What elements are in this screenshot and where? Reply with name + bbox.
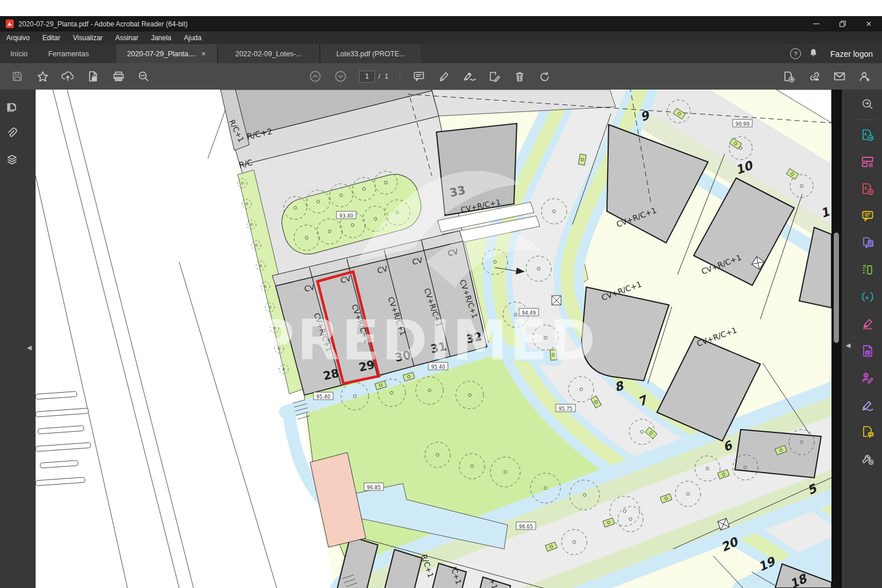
menu-assinar[interactable]: Assinar — [109, 34, 145, 42]
svg-text:95.40: 95.40 — [316, 394, 330, 400]
sign-pen-icon[interactable] — [858, 395, 877, 415]
menu-visualizar[interactable]: Visualizar — [67, 34, 109, 42]
highlighter-icon[interactable] — [434, 67, 454, 86]
tab-ferramentas[interactable]: Ferramentas — [38, 44, 99, 63]
tab-document-lotes[interactable]: 2022-02-09_Lotes-... — [218, 44, 320, 63]
attachments-paperclip-icon[interactable] — [1, 123, 23, 144]
edit-pdf-icon[interactable] — [858, 260, 877, 280]
sign-in-link[interactable]: Fazer logon — [826, 49, 873, 59]
menu-editar[interactable]: Editar — [36, 34, 67, 42]
layers-icon[interactable] — [1, 149, 23, 170]
comment-tool-icon[interactable] — [858, 206, 877, 226]
menu-ajuda[interactable]: Ajuda — [177, 34, 208, 42]
tab-bar: Início Ferramentas 2020-07-29_Planta....… — [0, 44, 882, 63]
acrobat-pdf-icon — [6, 20, 14, 28]
restore-button[interactable] — [829, 16, 856, 32]
minimize-button[interactable] — [803, 16, 829, 32]
combine-files-icon[interactable] — [858, 233, 877, 253]
collapse-left-panel-arrow[interactable]: ◀ — [25, 343, 33, 352]
highlight-tool-icon[interactable] — [858, 314, 877, 334]
organize-pages-icon[interactable] — [858, 152, 877, 172]
window-title: 2020-07-29_Planta.pdf - Adobe Acrobat Re… — [18, 20, 188, 28]
share-cloud-upload-icon[interactable] — [58, 67, 78, 86]
send-for-comments-icon[interactable] — [858, 422, 877, 442]
notifications-bell-icon[interactable] — [809, 48, 818, 59]
svg-text:95.75: 95.75 — [559, 406, 572, 412]
share-link-icon[interactable] — [804, 67, 824, 86]
more-tools-icon[interactable] — [858, 449, 877, 469]
page-count: / 1 — [378, 72, 389, 80]
svg-text:90.99: 90.99 — [736, 121, 749, 127]
comment-bubble-icon[interactable] — [409, 67, 428, 86]
close-tab-icon[interactable]: × — [202, 49, 206, 58]
delete-trash-icon[interactable] — [510, 67, 529, 86]
pdf-canvas[interactable]: R/C+1R/C+2R/C33CV+R/C+1CVCVCVCVCVCV+R/C+… — [36, 90, 831, 588]
toolbar: 1 / 1 — [0, 63, 882, 90]
svg-text:96.65: 96.65 — [519, 524, 533, 529]
create-pdf-icon[interactable]: A — [858, 179, 877, 199]
svg-text:A: A — [865, 295, 869, 300]
export-recent-file-icon[interactable] — [779, 67, 799, 86]
tab-inicio[interactable]: Início — [0, 44, 38, 63]
fill-sign-icon[interactable] — [485, 67, 504, 86]
scrollbar-thumb[interactable] — [834, 233, 839, 343]
protect-pdf-icon[interactable] — [858, 341, 877, 361]
find-zoom-icon[interactable] — [134, 67, 153, 86]
signature-pen-icon[interactable] — [459, 67, 479, 86]
svg-text:IPREDIMED: IPREDIMED — [231, 308, 598, 373]
export-pdf-icon[interactable]: A — [858, 125, 877, 145]
title-bar: 2020-07-29_Planta.pdf - Adobe Acrobat Re… — [0, 16, 882, 32]
email-icon[interactable] — [830, 67, 849, 86]
close-button[interactable]: × — [856, 16, 882, 32]
compress-pdf-icon[interactable]: A — [858, 287, 877, 307]
print-icon[interactable] — [109, 67, 128, 86]
menu-bar: Arquivo Editar Visualizar Assinar Janela… — [0, 32, 882, 44]
svg-text:93.40: 93.40 — [339, 213, 353, 219]
tab-document-planta[interactable]: 2020-07-29_Planta.... × — [115, 44, 218, 63]
help-icon[interactable]: ? — [790, 48, 801, 59]
search-tools-icon[interactable] — [858, 95, 877, 114]
menu-arquivo[interactable]: Arquivo — [0, 34, 36, 42]
menu-janela[interactable]: Janela — [145, 34, 177, 42]
previous-page-icon[interactable] — [305, 67, 325, 86]
star-favorite-icon[interactable] — [33, 67, 52, 86]
svg-text:A: A — [864, 186, 867, 190]
next-page-icon[interactable] — [331, 67, 350, 86]
request-signatures-icon[interactable] — [858, 368, 877, 388]
save-icon[interactable] — [7, 67, 27, 86]
add-account-icon[interactable] — [855, 67, 875, 86]
tools-panel-rail: A A A — [842, 90, 882, 588]
rotate-page-icon[interactable] — [535, 67, 555, 86]
collapse-right-panel-arrow[interactable]: ◀ — [844, 341, 852, 350]
file-protect-icon[interactable] — [83, 67, 103, 86]
page-thumbnails-icon[interactable] — [1, 96, 23, 117]
svg-text:96.85: 96.85 — [367, 485, 381, 490]
desktop-strip — [0, 0, 882, 16]
left-panel-rail — [0, 90, 36, 588]
svg-text:A: A — [864, 132, 867, 136]
page-number-input[interactable]: 1 — [359, 71, 375, 83]
tab-document-lote33[interactable]: Lote33.pdf (PROTE... — [320, 44, 422, 63]
